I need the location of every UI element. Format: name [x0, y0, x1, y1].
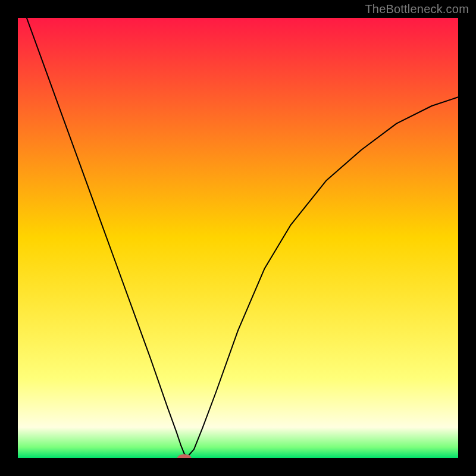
chart-svg [18, 18, 458, 458]
gradient-background [18, 18, 458, 458]
watermark-text: TheBottleneck.com [365, 2, 469, 16]
chart-frame: TheBottleneck.com [0, 0, 476, 476]
plot-area [18, 18, 458, 458]
